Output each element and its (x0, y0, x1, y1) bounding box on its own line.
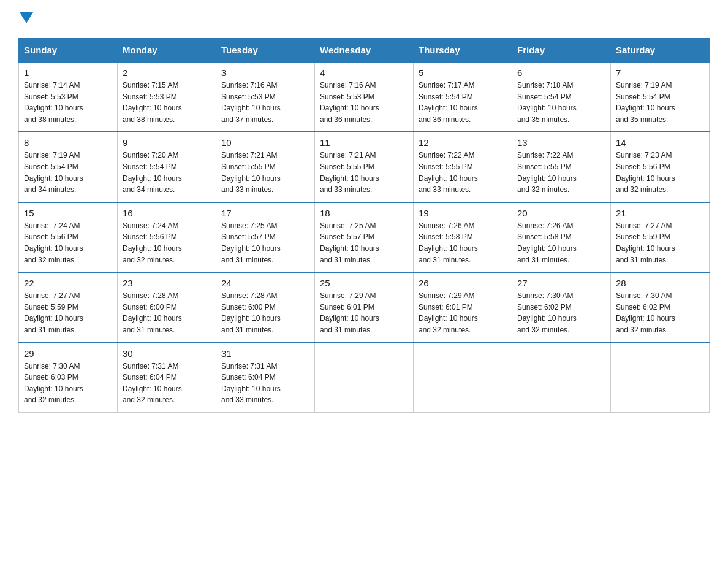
calendar-cell: 5Sunrise: 7:17 AMSunset: 5:54 PMDaylight… (414, 62, 512, 132)
day-number: 15 (24, 208, 112, 218)
day-info: Sunrise: 7:19 AMSunset: 5:54 PMDaylight:… (616, 80, 704, 125)
day-number: 21 (616, 208, 704, 218)
day-info: Sunrise: 7:23 AMSunset: 5:56 PMDaylight:… (616, 150, 704, 195)
weekday-header-tuesday: Tuesday (216, 39, 315, 63)
weekday-header-thursday: Thursday (414, 39, 512, 63)
calendar-cell: 17Sunrise: 7:25 AMSunset: 5:57 PMDayligh… (216, 202, 315, 272)
day-info: Sunrise: 7:30 AMSunset: 6:02 PMDaylight:… (517, 290, 605, 335)
calendar-cell: 3Sunrise: 7:16 AMSunset: 5:53 PMDaylight… (216, 62, 315, 132)
day-number: 19 (419, 208, 507, 218)
day-number: 24 (221, 278, 309, 288)
day-number: 26 (419, 278, 507, 288)
logo-arrow-icon (20, 12, 33, 26)
weekday-header-sunday: Sunday (19, 39, 118, 63)
day-number: 4 (320, 67, 408, 78)
calendar-cell: 25Sunrise: 7:29 AMSunset: 6:01 PMDayligh… (315, 272, 414, 342)
calendar-cell: 7Sunrise: 7:19 AMSunset: 5:54 PMDaylight… (611, 62, 710, 132)
day-number: 11 (320, 137, 408, 148)
day-number: 31 (221, 348, 309, 359)
day-info: Sunrise: 7:25 AMSunset: 5:57 PMDaylight:… (221, 220, 309, 266)
day-info: Sunrise: 7:27 AMSunset: 5:59 PMDaylight:… (616, 220, 704, 266)
calendar-cell: 8Sunrise: 7:19 AMSunset: 5:54 PMDaylight… (19, 132, 118, 202)
day-number: 5 (419, 67, 507, 78)
calendar-week-row: 22Sunrise: 7:27 AMSunset: 5:59 PMDayligh… (19, 272, 710, 342)
calendar-cell: 9Sunrise: 7:20 AMSunset: 5:54 PMDaylight… (118, 132, 216, 202)
calendar-cell: 31Sunrise: 7:31 AMSunset: 6:04 PMDayligh… (216, 343, 315, 413)
calendar-week-row: 8Sunrise: 7:19 AMSunset: 5:54 PMDaylight… (19, 132, 710, 202)
day-info: Sunrise: 7:30 AMSunset: 6:02 PMDaylight:… (616, 290, 704, 335)
calendar-cell: 30Sunrise: 7:31 AMSunset: 6:04 PMDayligh… (118, 343, 216, 413)
calendar-cell: 24Sunrise: 7:28 AMSunset: 6:00 PMDayligh… (216, 272, 315, 342)
calendar-week-row: 15Sunrise: 7:24 AMSunset: 5:56 PMDayligh… (19, 202, 710, 272)
calendar-cell: 26Sunrise: 7:29 AMSunset: 6:01 PMDayligh… (414, 272, 512, 342)
day-info: Sunrise: 7:21 AMSunset: 5:55 PMDaylight:… (221, 150, 309, 195)
calendar-cell: 4Sunrise: 7:16 AMSunset: 5:53 PMDaylight… (315, 62, 414, 132)
calendar-cell: 11Sunrise: 7:21 AMSunset: 5:55 PMDayligh… (315, 132, 414, 202)
calendar-cell: 27Sunrise: 7:30 AMSunset: 6:02 PMDayligh… (512, 272, 611, 342)
day-number: 13 (517, 137, 605, 148)
day-number: 30 (123, 348, 211, 359)
day-number: 17 (221, 208, 309, 218)
day-number: 28 (616, 278, 704, 288)
calendar-week-row: 1Sunrise: 7:14 AMSunset: 5:53 PMDaylight… (19, 62, 710, 132)
day-info: Sunrise: 7:31 AMSunset: 6:04 PMDaylight:… (123, 361, 211, 406)
day-number: 12 (419, 137, 507, 148)
day-number: 22 (24, 278, 112, 288)
day-info: Sunrise: 7:27 AMSunset: 5:59 PMDaylight:… (24, 290, 112, 335)
calendar-cell: 13Sunrise: 7:22 AMSunset: 5:55 PMDayligh… (512, 132, 611, 202)
calendar-cell: 12Sunrise: 7:22 AMSunset: 5:55 PMDayligh… (414, 132, 512, 202)
calendar-cell: 28Sunrise: 7:30 AMSunset: 6:02 PMDayligh… (611, 272, 710, 342)
calendar-cell: 22Sunrise: 7:27 AMSunset: 5:59 PMDayligh… (19, 272, 118, 342)
day-info: Sunrise: 7:31 AMSunset: 6:04 PMDaylight:… (221, 361, 309, 406)
day-info: Sunrise: 7:17 AMSunset: 5:54 PMDaylight:… (419, 80, 507, 125)
day-info: Sunrise: 7:16 AMSunset: 5:53 PMDaylight:… (221, 80, 309, 125)
weekday-header-wednesday: Wednesday (315, 39, 414, 63)
day-info: Sunrise: 7:30 AMSunset: 6:03 PMDaylight:… (24, 361, 112, 406)
day-number: 10 (221, 137, 309, 148)
day-info: Sunrise: 7:15 AMSunset: 5:53 PMDaylight:… (123, 80, 211, 125)
day-info: Sunrise: 7:14 AMSunset: 5:53 PMDaylight:… (24, 80, 112, 125)
day-number: 6 (517, 67, 605, 78)
day-info: Sunrise: 7:22 AMSunset: 5:55 PMDaylight:… (419, 150, 507, 195)
day-number: 9 (123, 137, 211, 148)
day-number: 14 (616, 137, 704, 148)
calendar-cell: 19Sunrise: 7:26 AMSunset: 5:58 PMDayligh… (414, 202, 512, 272)
day-info: Sunrise: 7:18 AMSunset: 5:54 PMDaylight:… (517, 80, 605, 125)
calendar-cell: 20Sunrise: 7:26 AMSunset: 5:58 PMDayligh… (512, 202, 611, 272)
day-info: Sunrise: 7:25 AMSunset: 5:57 PMDaylight:… (320, 220, 408, 266)
calendar-cell: 21Sunrise: 7:27 AMSunset: 5:59 PMDayligh… (611, 202, 710, 272)
day-info: Sunrise: 7:26 AMSunset: 5:58 PMDaylight:… (517, 220, 605, 266)
calendar-cell (512, 343, 611, 413)
day-number: 29 (24, 348, 112, 359)
day-number: 2 (123, 67, 211, 78)
calendar-table: SundayMondayTuesdayWednesdayThursdayFrid… (18, 38, 710, 413)
day-info: Sunrise: 7:24 AMSunset: 5:56 PMDaylight:… (123, 220, 211, 266)
day-info: Sunrise: 7:28 AMSunset: 6:00 PMDaylight:… (123, 290, 211, 335)
day-number: 7 (616, 67, 704, 78)
day-info: Sunrise: 7:26 AMSunset: 5:58 PMDaylight:… (419, 220, 507, 266)
day-info: Sunrise: 7:29 AMSunset: 6:01 PMDaylight:… (320, 290, 408, 335)
calendar-week-row: 29Sunrise: 7:30 AMSunset: 6:03 PMDayligh… (19, 343, 710, 413)
day-info: Sunrise: 7:19 AMSunset: 5:54 PMDaylight:… (24, 150, 112, 195)
day-info: Sunrise: 7:28 AMSunset: 6:00 PMDaylight:… (221, 290, 309, 335)
day-number: 16 (123, 208, 211, 218)
calendar-cell: 6Sunrise: 7:18 AMSunset: 5:54 PMDaylight… (512, 62, 611, 132)
calendar-cell (611, 343, 710, 413)
day-number: 20 (517, 208, 605, 218)
calendar-cell: 15Sunrise: 7:24 AMSunset: 5:56 PMDayligh… (19, 202, 118, 272)
calendar-cell: 29Sunrise: 7:30 AMSunset: 6:03 PMDayligh… (19, 343, 118, 413)
weekday-header-monday: Monday (118, 39, 216, 63)
calendar-cell (315, 343, 414, 413)
calendar-cell: 10Sunrise: 7:21 AMSunset: 5:55 PMDayligh… (216, 132, 315, 202)
weekday-header-row: SundayMondayTuesdayWednesdayThursdayFrid… (19, 39, 710, 63)
day-number: 3 (221, 67, 309, 78)
calendar-cell (414, 343, 512, 413)
weekday-header-friday: Friday (512, 39, 611, 63)
day-info: Sunrise: 7:22 AMSunset: 5:55 PMDaylight:… (517, 150, 605, 195)
day-info: Sunrise: 7:24 AMSunset: 5:56 PMDaylight:… (24, 220, 112, 266)
page-header (18, 12, 710, 27)
day-number: 23 (123, 278, 211, 288)
day-number: 25 (320, 278, 408, 288)
day-number: 18 (320, 208, 408, 218)
day-info: Sunrise: 7:29 AMSunset: 6:01 PMDaylight:… (419, 290, 507, 335)
